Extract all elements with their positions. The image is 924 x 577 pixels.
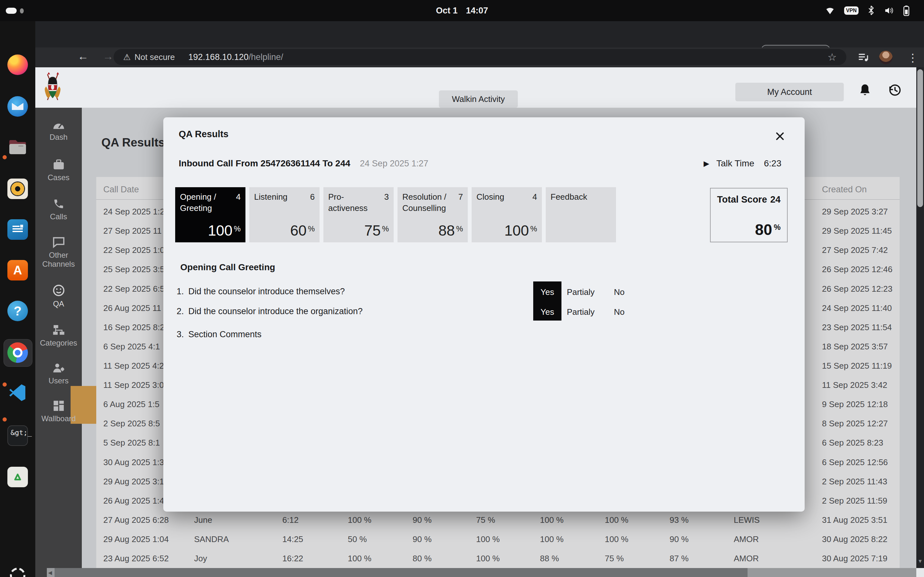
card-score: 6 [310, 191, 315, 203]
scroll-down-arrow[interactable]: ▼ [918, 558, 923, 564]
workspace-pill [6, 8, 17, 14]
card-score: 4 [533, 191, 537, 203]
battery-icon [903, 5, 910, 16]
card-percent: 60 [290, 222, 306, 239]
back-button[interactable]: ← [78, 50, 89, 63]
answer-yes[interactable]: Yes [530, 287, 565, 297]
clock-time: 14:07 [466, 6, 488, 16]
terminal-notification-dot [3, 417, 7, 422]
documents-icon[interactable] [7, 219, 28, 240]
security-chip[interactable]: Not secure [134, 52, 175, 62]
walkin-activity-button[interactable]: Walkin Activity [439, 90, 518, 108]
qa-results-modal: QA Results Inbound Call From 25472636114… [163, 117, 804, 512]
section-heading: Opening Call Greeting [180, 262, 275, 272]
vertical-scrollbar-thumb[interactable] [917, 69, 923, 207]
total-score-box: Total Score 24 80% [710, 188, 788, 242]
section-comments-label[interactable]: Section Comments [188, 330, 262, 340]
desktop: Oct 1 14:07 VPN [0, 0, 924, 577]
activities-icon[interactable] [7, 565, 28, 577]
score-card-closing[interactable]: Closing4 100% [472, 187, 542, 242]
scroll-left-arrow[interactable]: ◀ [48, 570, 52, 576]
dock: A ? &gt;_ [0, 21, 35, 577]
media-playlist-icon[interactable] [857, 51, 869, 63]
play-icon[interactable]: ▶ [704, 159, 709, 168]
url-path: /helpline/ [249, 52, 283, 62]
score-card-pro-activeness[interactable]: Pro-activeness3 75% [323, 187, 394, 242]
card-percent: 100 [208, 222, 233, 239]
horizontal-scrollbar-thumb[interactable] [55, 568, 748, 577]
system-top-bar: Oct 1 14:07 VPN [0, 0, 924, 21]
terminal-icon[interactable]: &gt;_ [7, 425, 28, 446]
answer-partialy[interactable]: Partialy [563, 307, 598, 317]
score-card-listening[interactable]: Listening6 60% [249, 187, 320, 242]
url-host: 192.168.10.120 [188, 52, 249, 62]
app-header: Walkin Activity My Account [35, 67, 924, 108]
score-card-feedback[interactable]: Feedback [546, 187, 616, 242]
vpn-icon: VPN [844, 6, 859, 15]
forward-button[interactable]: → [103, 50, 113, 63]
system-clock[interactable]: Oct 1 14:07 [0, 0, 924, 21]
answer-no[interactable]: No [602, 287, 637, 297]
history-icon[interactable] [887, 83, 901, 97]
files-notification-dot [3, 155, 7, 159]
total-percent: 80 [755, 221, 772, 238]
volume-icon [884, 5, 894, 16]
card-score: 3 [384, 191, 389, 214]
thunderbird-icon[interactable] [7, 96, 28, 117]
modal-title: QA Results [179, 129, 228, 139]
system-tray[interactable]: VPN [825, 0, 910, 21]
call-description: Inbound Call From 254726361144 To 244 [179, 158, 351, 169]
vscode-notification-dot [3, 382, 7, 387]
firefox-icon[interactable] [7, 55, 28, 75]
talk-time-value: 6:23 [764, 158, 782, 169]
card-percent: 100 [504, 222, 529, 239]
browser-menu-kebab-icon[interactable]: ⋮ [907, 51, 918, 64]
workspace-dot [20, 8, 24, 13]
vscode-icon[interactable] [7, 382, 28, 403]
talk-time-label: Talk Time [716, 158, 754, 169]
my-account-button[interactable]: My Account [735, 83, 844, 101]
card-score: 7 [459, 191, 463, 214]
wifi-icon [825, 5, 835, 16]
app-center-icon[interactable]: A [7, 260, 28, 280]
score-card-resolution-counselling[interactable]: Resolution / Counselling7 88% [397, 187, 468, 242]
chrome-icon[interactable] [7, 342, 28, 363]
talk-time: ▶ Talk Time 6:23 [704, 158, 781, 169]
answer-partialy[interactable]: Partialy [563, 287, 598, 297]
answer-no[interactable]: No [602, 307, 637, 317]
call-summary: Inbound Call From 254726361144 To 244 24… [179, 158, 428, 169]
card-score: 4 [236, 191, 241, 214]
help-icon[interactable]: ? [7, 301, 28, 321]
bluetooth-icon [867, 5, 875, 16]
score-card-opening-greeting[interactable]: Opening / Greeting4 100% [175, 187, 246, 242]
question-text: Did the counselor introduce the organiza… [188, 306, 363, 316]
total-score-value: 24 [771, 194, 780, 205]
card-percent: 75 [364, 222, 381, 239]
profile-avatar[interactable] [879, 51, 893, 64]
rhythmbox-icon[interactable] [7, 179, 28, 199]
files-icon[interactable] [7, 137, 28, 157]
total-score-label: Total Score [717, 194, 767, 205]
question-text: Did the counselor introduce themselves? [188, 287, 345, 297]
modal-close-icon[interactable] [774, 131, 785, 142]
kenya-coat-of-arms-logo [42, 72, 63, 103]
clock-date: Oct 1 [436, 6, 458, 16]
notifications-bell-icon[interactable] [859, 83, 871, 98]
browser-tab-strip: Heave × (59) Wha × Google M × Quic [35, 21, 924, 47]
not-secure-warning-icon: ⚠ [123, 52, 131, 62]
call-datetime: 24 Sep 2025 1:27 [360, 159, 428, 169]
answer-yes[interactable]: Yes [530, 307, 565, 317]
card-percent: 88 [438, 222, 455, 239]
address-bar[interactable]: ⚠ Not secure 192.168.10.120 /helpline/ ☆ [113, 49, 846, 65]
recycle-icon[interactable] [7, 467, 28, 487]
bookmark-star-icon[interactable]: ☆ [827, 51, 837, 63]
